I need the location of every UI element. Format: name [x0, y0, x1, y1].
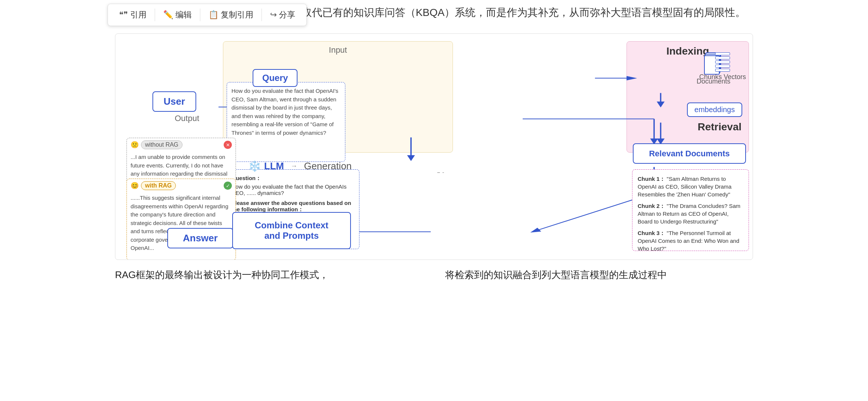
copy-button[interactable]: 📋 复制引用: [203, 7, 259, 23]
answer-button[interactable]: Answer: [167, 228, 233, 248]
relevant-docs-box: Relevant Documents: [633, 143, 746, 164]
share-button[interactable]: ↪ 分享: [265, 7, 300, 23]
vector-stack: [715, 52, 730, 72]
copy-label: 复制引用: [221, 9, 253, 20]
vector-line-2: [715, 56, 730, 59]
divider-1: [155, 9, 155, 21]
copy-icon: 📋: [208, 10, 218, 20]
share-icon: ↪: [270, 10, 277, 20]
divider-2: [200, 9, 200, 21]
with-rag-text: with RAG: [145, 182, 172, 189]
edit-button[interactable]: ✏️ 编辑: [158, 7, 197, 23]
snowflake-icon: ❄️: [248, 160, 261, 172]
query-label: Query: [262, 73, 288, 83]
smile-icon: 😊: [131, 182, 139, 190]
quote-icon: ❝❞: [119, 10, 128, 20]
edit-label: 编辑: [175, 9, 192, 20]
vector-line-5: [715, 69, 730, 72]
divider-3: [262, 9, 262, 21]
without-rag-header: 🙁 without RAG ✕: [127, 138, 236, 151]
user-box: User: [152, 91, 196, 112]
answer-label: Answer: [183, 232, 218, 244]
chunk-1-item: Chunk 1： "Sam Altman Returns to OpenAI a…: [638, 175, 743, 198]
share-label: 分享: [279, 9, 295, 20]
gen-question-label: Question：: [231, 175, 354, 182]
chunk-2-item: Chunk 2： "The Drama Concludes? Sam Altma…: [638, 202, 743, 225]
pencil-icon: ✏️: [163, 10, 173, 20]
relevant-docs-label: Relevant Documents: [649, 149, 730, 159]
chunk-3-item: Chunk 3： "The Personnel Turmoil at OpenA…: [638, 229, 743, 252]
top-rest-text: RAG并非旨在取代已有的知识库问答（KBQA）系统，而是作为其补充，从而弥补大型…: [237, 7, 746, 18]
vectors-icon-area: Chunks Vectors: [699, 52, 746, 81]
query-text-box: How do you evaluate the fact that OpenAI…: [227, 82, 345, 162]
rag-diagram: Input Indexing: [115, 33, 753, 260]
output-label: Output: [175, 114, 199, 123]
frown-icon: 🙁: [131, 141, 139, 149]
chunks-section: Chunk 1： "Sam Altman Returns to OpenAI a…: [632, 169, 749, 251]
vector-line-4: [715, 65, 730, 68]
input-label: Input: [329, 45, 347, 55]
vector-line-1: [715, 52, 730, 55]
llm-arrow: →: [290, 162, 297, 170]
quote-button[interactable]: ❝❞ 引用: [114, 7, 152, 23]
chunk3-label: Chunk 3：: [638, 230, 665, 236]
combine-label: Combine Context and Prompts: [255, 220, 329, 241]
combine-context-button[interactable]: Combine Context and Prompts: [232, 212, 351, 249]
user-label: User: [164, 96, 185, 107]
retrieval-label: Retrieval: [698, 121, 742, 133]
without-rag-text: without RAG: [145, 141, 178, 148]
chunks-vectors-label: Chunks Vectors: [699, 73, 746, 81]
main-container: ❝❞ 引用 ✏️ 编辑 📋 复制引用 ↪ 分享 RAG并非旨在取代已有的知识库问…: [0, 0, 868, 401]
query-box: Query: [253, 69, 297, 87]
vector-line-3: [715, 61, 730, 63]
llm-label: LLM: [264, 160, 284, 172]
chunk1-label: Chunk 1：: [638, 176, 665, 182]
chunks-vectors-text: Chunks Vectors: [699, 73, 746, 81]
llm-area: ❄️ LLM → Generation: [248, 160, 352, 172]
toolbar: ❝❞ 引用 ✏️ 编辑 📋 复制引用 ↪ 分享: [108, 4, 307, 26]
gen-question-text: How do you evaluate the fact that the Op…: [231, 183, 354, 196]
check-badge: ✓: [224, 182, 232, 190]
query-text: How do you evaluate the fact that OpenAI…: [231, 88, 338, 136]
chunk2-label: Chunk 2：: [638, 203, 665, 209]
bottom-section: RAG框架的最终输出被设计为一种协同工作模式， 将检索到的知识融合到列大型语言模…: [115, 260, 753, 283]
gen-instructions: Please answer the above questions based …: [231, 200, 354, 213]
with-rag-badge: with RAG: [141, 181, 176, 190]
embeddings-box: embeddings: [687, 102, 742, 117]
generation-label: Generation: [304, 160, 352, 172]
with-rag-header: 😊 with RAG ✓: [127, 179, 236, 192]
top-chinese-text: RAG并非旨在取代已有的知识库问答（KBQA）系统，而是作为其补充，从而弥补大型…: [237, 0, 753, 26]
bottom-left-text: RAG框架的最终输出被设计为一种协同工作模式，: [115, 267, 423, 283]
content-area: Input Indexing: [0, 33, 868, 401]
output-text: Output: [175, 114, 199, 123]
top-section: ❝❞ 引用 ✏️ 编辑 📋 复制引用 ↪ 分享 RAG并非旨在取代已有的知识库问…: [0, 0, 868, 33]
quote-label: 引用: [130, 9, 147, 20]
close-badge: ✕: [224, 141, 232, 149]
embeddings-label: embeddings: [694, 105, 735, 114]
bottom-right-text: 将检索到的知识融合到列大型语言模型的生成过程中: [445, 267, 753, 283]
without-rag-badge: without RAG: [141, 140, 183, 149]
